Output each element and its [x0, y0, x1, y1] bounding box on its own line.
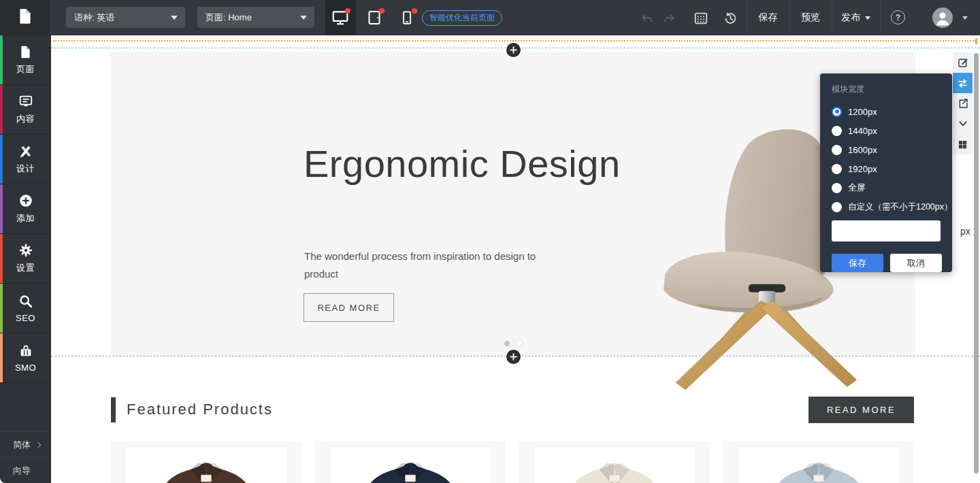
- user-avatar[interactable]: [932, 7, 953, 28]
- sidebar-item-content[interactable]: 内容: [0, 85, 51, 135]
- account-menu-caret[interactable]: [962, 16, 968, 20]
- sidebar-item-label: 内容: [16, 113, 35, 125]
- radio-icon: [832, 164, 842, 174]
- open-link-button[interactable]: [953, 93, 973, 114]
- width-option-1200px[interactable]: 1200px: [832, 102, 942, 121]
- sidebar-item-seo[interactable]: SEO: [0, 284, 51, 333]
- publish-button[interactable]: 发布: [832, 0, 880, 35]
- redo-icon[interactable]: [662, 11, 676, 26]
- smart-optimize-button[interactable]: 智能优化当前页面: [422, 10, 502, 26]
- phone-view-button[interactable]: [391, 0, 423, 35]
- briefcase-icon: [18, 344, 33, 359]
- design-tools-icon: [18, 144, 33, 159]
- width-option-1920px[interactable]: 1920px: [832, 159, 942, 178]
- width-option-1600px[interactable]: 1600px: [832, 140, 942, 159]
- hero-read-more-button[interactable]: READ MORE: [304, 293, 394, 322]
- sidebar-footer: 简体 向导: [0, 431, 51, 483]
- app-window: 语种: 英语 页面: Home 智能优化当前页面: [0, 0, 980, 483]
- page-scrollbar[interactable]: [974, 53, 979, 473]
- radio-icon: [832, 183, 842, 193]
- chevron-down-icon: [300, 16, 307, 20]
- sidebar-guide-button[interactable]: 向导: [0, 457, 51, 483]
- question-mark-icon: ?: [896, 13, 900, 22]
- sidebar-item-label: 添加: [16, 212, 35, 224]
- preview-button[interactable]: 预览: [789, 0, 832, 35]
- sidebar-item-add[interactable]: 添加: [0, 184, 51, 234]
- sidebar-simplified-toggle[interactable]: 简体: [0, 431, 51, 457]
- plus-icon: [510, 353, 517, 361]
- product-card[interactable]: [519, 441, 710, 483]
- sidebar-item-label: SEO: [16, 313, 35, 323]
- module-guide-cap: [975, 38, 977, 44]
- sidebar-item-design[interactable]: 设计: [0, 135, 51, 184]
- featured-products-title: Featured Products: [127, 401, 273, 418]
- undo-icon[interactable]: [640, 11, 655, 26]
- hero-description: The wonderful process from inspiration t…: [304, 248, 559, 284]
- gear-icon: [18, 243, 33, 258]
- carousel-dot[interactable]: [516, 340, 522, 346]
- product-image: [330, 448, 491, 483]
- desktop-view-button[interactable]: [325, 0, 356, 35]
- content-screen-icon: [18, 94, 33, 109]
- featured-read-more-button[interactable]: READ MORE: [808, 397, 914, 423]
- width-option-1440px[interactable]: 1440px: [832, 121, 942, 140]
- panel-cancel-button[interactable]: 取消: [890, 254, 942, 272]
- module-width-button[interactable]: [953, 73, 973, 93]
- product-image: [126, 448, 287, 483]
- notification-dot: [379, 8, 385, 14]
- hero-title: Ergonomic Design: [304, 141, 623, 186]
- page-dropdown-label: 页面: Home: [206, 12, 252, 24]
- product-card[interactable]: [315, 441, 506, 483]
- product-card[interactable]: [111, 441, 301, 483]
- left-sidebar: 页面 内容 设计 添加 设置 SEO SMO 简体: [0, 35, 51, 483]
- notification-dot: [412, 8, 417, 14]
- width-option-fullscreen[interactable]: 全屏: [832, 178, 942, 197]
- custom-width-input[interactable]: [832, 222, 960, 240]
- custom-width-input-wrap: px: [832, 220, 941, 242]
- pixel-unit-label: px: [960, 226, 977, 237]
- page-icon: [18, 45, 33, 59]
- sidebar-item-settings[interactable]: 设置: [0, 234, 51, 284]
- grid-layout-icon[interactable]: [693, 11, 708, 26]
- module-guide-line-orange: [53, 40, 976, 41]
- sidebar-item-label: 设计: [16, 163, 35, 175]
- move-down-button[interactable]: [953, 114, 973, 134]
- width-option-custom[interactable]: 自定义（需不小于1200px）: [832, 197, 942, 216]
- person-icon: [932, 7, 953, 28]
- tablet-view-button[interactable]: [359, 0, 390, 35]
- toolbar-divider: [880, 0, 881, 35]
- history-icon[interactable]: [723, 11, 738, 26]
- document-logo-icon: [16, 7, 34, 28]
- module-mini-toolbar: [953, 52, 973, 154]
- radio-icon: [832, 126, 842, 136]
- add-module-button-bottom[interactable]: [506, 350, 521, 364]
- search-icon: [18, 294, 33, 309]
- language-dropdown-label: 语种: 英语: [74, 12, 114, 24]
- radio-selected-icon: [832, 107, 842, 117]
- module-blocks-button[interactable]: [953, 134, 973, 154]
- chevron-down-icon: [958, 118, 968, 129]
- page-dropdown[interactable]: 页面: Home: [197, 7, 314, 28]
- language-dropdown[interactable]: 语种: 英语: [66, 7, 185, 28]
- carousel-dot-active[interactable]: [504, 341, 510, 346]
- sidebar-item-pages[interactable]: 页面: [0, 35, 51, 85]
- chevron-right-icon: [35, 442, 41, 447]
- panel-title: 模块宽度: [832, 84, 942, 95]
- product-card[interactable]: [723, 441, 914, 483]
- sidebar-item-smo[interactable]: SMO: [0, 333, 51, 383]
- add-module-button-top[interactable]: [506, 43, 521, 57]
- edit-icon: [958, 57, 968, 68]
- plus-icon: [510, 46, 517, 54]
- app-logo[interactable]: [0, 0, 51, 35]
- radio-icon: [832, 145, 842, 155]
- product-image: [738, 448, 899, 483]
- add-circle-icon: [18, 193, 33, 208]
- save-button[interactable]: 保存: [747, 0, 789, 35]
- panel-save-button[interactable]: 保存: [832, 254, 883, 272]
- swap-arrows-icon: [957, 78, 968, 89]
- blocks-grid-icon: [958, 139, 968, 150]
- chevron-down-icon: [865, 16, 870, 20]
- edit-module-button[interactable]: [953, 52, 973, 73]
- hero-banner-module[interactable]: Ergonomic Design The wonderful process f…: [111, 52, 915, 356]
- help-button[interactable]: ?: [891, 10, 905, 24]
